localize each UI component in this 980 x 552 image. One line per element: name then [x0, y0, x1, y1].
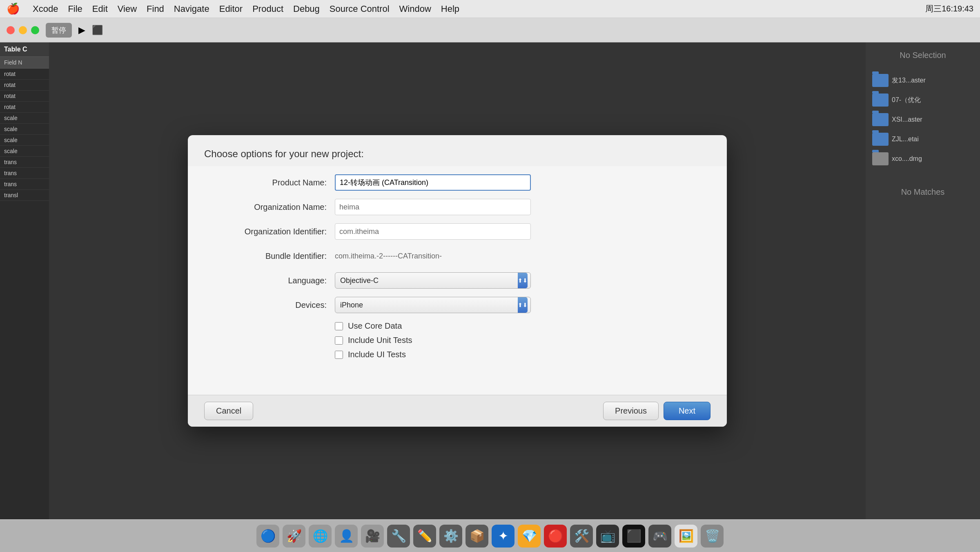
dock-icon-launchpad[interactable]: 🚀 [283, 525, 305, 548]
dialog-title: Choose options for your new project: [188, 135, 727, 166]
org-id-label: Organization Identifier: [204, 227, 335, 236]
language-select[interactable]: Objective-C Swift [335, 272, 531, 289]
minimize-button[interactable] [19, 26, 27, 34]
dock-icon-game[interactable]: 🎮 [648, 525, 671, 548]
menu-file[interactable]: File [68, 4, 82, 14]
menu-editor[interactable]: Editor [219, 4, 243, 14]
cancel-button[interactable]: Cancel [204, 402, 253, 420]
menu-xcode[interactable]: Xcode [33, 4, 58, 14]
list-item[interactable]: scale [0, 146, 49, 157]
menu-help[interactable]: Help [441, 4, 459, 14]
menu-navigate[interactable]: Navigate [174, 4, 209, 14]
dock-icon-safari[interactable]: 🌐 [309, 525, 332, 548]
list-item[interactable]: ZJL...etai [869, 130, 977, 148]
left-sidebar: Table C Field N rotat rotat rotat rotat … [0, 42, 49, 519]
include-ui-tests-checkbox[interactable] [335, 351, 343, 359]
next-button[interactable]: Next [664, 402, 710, 420]
play-icon[interactable]: ▶ [78, 25, 85, 36]
menu-product[interactable]: Product [252, 4, 283, 14]
include-unit-tests-checkbox[interactable] [335, 336, 343, 345]
use-core-data-item[interactable]: Use Core Data [335, 321, 710, 331]
checkbox-group: Use Core Data Include Unit Tests Include… [335, 321, 710, 359]
folder-label: XSI...aster [892, 116, 922, 123]
sidebar-table-header: Table C [0, 42, 49, 57]
menu-debug[interactable]: Debug [293, 4, 320, 14]
list-item[interactable]: rotat [0, 80, 49, 91]
include-ui-tests-item[interactable]: Include UI Tests [335, 350, 710, 359]
previous-button[interactable]: Previous [603, 402, 659, 420]
menu-source-control[interactable]: Source Control [330, 4, 390, 14]
dock-icon-xcode[interactable]: ✦ [492, 525, 514, 548]
dock-icon-video[interactable]: 🎥 [361, 525, 384, 548]
list-item[interactable]: rotat [0, 69, 49, 80]
dock-icon-contacts[interactable]: 👤 [335, 525, 358, 548]
language-group: Language: Objective-C Swift ⬆⬇ [204, 272, 710, 289]
product-name-input[interactable] [335, 174, 531, 191]
list-item[interactable]: scale [0, 135, 49, 146]
folder-icon [872, 74, 889, 87]
sidebar-field-header: Field N [0, 57, 49, 69]
menu-window[interactable]: Window [399, 4, 431, 14]
list-item[interactable]: trans [0, 157, 49, 168]
use-core-data-label: Use Core Data [348, 321, 402, 331]
list-item[interactable]: transl [0, 190, 49, 201]
menubar-right: 周三16:19:43 [925, 3, 973, 14]
menu-edit[interactable]: Edit [92, 4, 108, 14]
list-item[interactable]: rotat [0, 91, 49, 102]
devices-select-wrapper: iPhone iPad Universal ⬆⬇ [335, 297, 531, 313]
org-id-input[interactable] [335, 223, 531, 240]
dock-icon-pen[interactable]: ✏️ [413, 525, 436, 548]
folder-list: 发13...aster 07-（优化 XSI...aster ZJL...eta… [866, 68, 980, 171]
list-item[interactable]: XSI...aster [869, 111, 977, 129]
include-ui-tests-label: Include UI Tests [348, 350, 406, 359]
dock-icon-trash[interactable]: 🗑️ [701, 525, 724, 548]
use-core-data-checkbox[interactable] [335, 322, 343, 330]
no-selection-label: No Selection [891, 42, 954, 68]
dock-icon-tv[interactable]: 📺 [596, 525, 619, 548]
maximize-button[interactable] [31, 26, 39, 34]
menu-find[interactable]: Find [147, 4, 164, 14]
dock-icon-package[interactable]: 📦 [466, 525, 488, 548]
language-label: Language: [204, 276, 335, 285]
traffic-lights [7, 26, 39, 34]
list-item[interactable]: scale [0, 124, 49, 135]
language-select-wrapper: Objective-C Swift ⬆⬇ [335, 272, 531, 289]
list-item[interactable]: trans [0, 168, 49, 179]
stop-icon[interactable]: ⬛ [92, 25, 103, 36]
dock-icon-tools[interactable]: 🔧 [387, 525, 410, 548]
dock-icon-sketch[interactable]: 💎 [518, 525, 541, 548]
dock-icon-tools2[interactable]: 🛠️ [570, 525, 593, 548]
dialog-footer: Cancel Previous Next [188, 395, 727, 427]
dock-icon-finder[interactable]: 🔵 [256, 525, 279, 548]
dialog-overlay: Choose options for your new project: Pro… [49, 42, 866, 519]
dock-icon-terminal[interactable]: ⬛ [622, 525, 645, 548]
devices-select[interactable]: iPhone iPad Universal [335, 297, 531, 313]
list-item[interactable]: rotat [0, 102, 49, 113]
list-item[interactable]: 发13...aster [869, 71, 977, 89]
list-item[interactable]: trans [0, 179, 49, 190]
org-id-group: Organization Identifier: [204, 223, 710, 240]
apple-menu[interactable]: 🍎 [7, 2, 20, 15]
folder-label: ZJL...etai [892, 136, 919, 143]
dock-icon-settings[interactable]: ⚙️ [439, 525, 462, 548]
product-name-group: Product Name: [204, 174, 710, 191]
folder-icon [872, 113, 889, 126]
bundle-id-group: Bundle Identifier: com.itheima.-2------C… [204, 248, 710, 264]
close-button[interactable] [7, 26, 15, 34]
include-unit-tests-item[interactable]: Include Unit Tests [335, 336, 710, 345]
menu-view[interactable]: View [118, 4, 137, 14]
folder-icon [872, 152, 889, 165]
org-name-input[interactable] [335, 199, 531, 215]
devices-group: Devices: iPhone iPad Universal ⬆⬇ [204, 297, 710, 313]
pause-button[interactable]: 暂停 [46, 23, 72, 38]
include-unit-tests-label: Include Unit Tests [348, 336, 412, 345]
right-sidebar: No Selection 发13...aster 07-（优化 XSI...as… [866, 42, 980, 519]
list-item[interactable]: 07-（优化 [869, 91, 977, 109]
product-name-label: Product Name: [204, 178, 335, 187]
dock-icon-photos[interactable]: 🖼️ [675, 525, 697, 548]
list-item[interactable]: scale [0, 113, 49, 124]
dock: 🔵 🚀 🌐 👤 🎥 🔧 ✏️ ⚙️ 📦 ✦ 💎 🔴 🛠️ 📺 ⬛ 🎮 🖼️ 🗑️ [0, 519, 980, 552]
folder-label: 发13...aster [892, 76, 926, 85]
list-item[interactable]: xco....dmg [869, 150, 977, 168]
dock-icon-red[interactable]: 🔴 [544, 525, 567, 548]
